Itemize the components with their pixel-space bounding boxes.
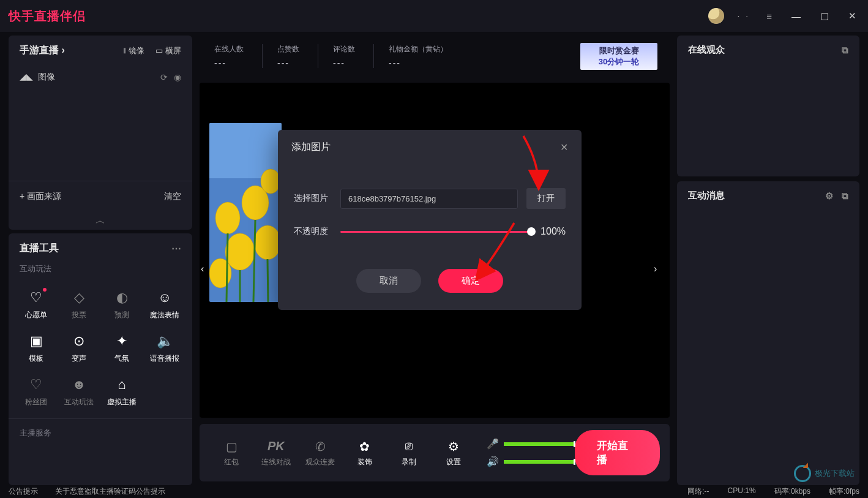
redpack-icon: ▢ — [209, 439, 254, 455]
preview-image[interactable] — [209, 123, 282, 302]
source-item-label: 图像 — [38, 72, 55, 81]
notice-text[interactable]: 关于恶意盗取主播验证码公告提示 — [55, 486, 165, 497]
tool-predict-label: 预测 — [114, 311, 129, 319]
close-icon[interactable]: ✕ — [845, 8, 859, 24]
tool-vhost-label: 虚拟主播 — [107, 398, 137, 406]
tool-atmosphere[interactable]: ✦气氛 — [100, 326, 143, 370]
mic-meter[interactable]: 🎤 — [487, 438, 575, 450]
stat-online-label: 在线人数 — [214, 45, 244, 53]
tool-predict[interactable]: ◐预测 — [100, 283, 143, 326]
promo-line2: 30分钟一轮 — [580, 56, 657, 67]
lock-icon[interactable]: ⟳ — [160, 72, 168, 82]
add-source-button[interactable]: + 画面来源 — [20, 191, 61, 202]
watermark-icon — [794, 465, 811, 482]
watermark-text: 极光下载站 — [815, 468, 855, 479]
status-cpu: CPU:1% — [728, 486, 756, 497]
mirror-label: 镜像 — [129, 45, 144, 56]
preview-prev-button[interactable]: ‹ — [201, 263, 204, 274]
stat-likes-label: 点赞数 — [277, 45, 299, 53]
popout-icon[interactable]: ⧉ — [842, 45, 848, 56]
hamburger-icon[interactable]: ≡ — [763, 9, 775, 24]
stats-bar: 在线人数--- 点赞数--- 评论数--- 礼物金额（黄钻）--- 限时赏金赛 … — [200, 36, 670, 77]
tool-fans[interactable]: ♡粉丝团 — [15, 370, 58, 413]
avatar[interactable] — [708, 8, 724, 24]
status-network: 网络:-- — [687, 486, 709, 497]
stat-likes: 点赞数--- — [262, 44, 299, 68]
maximize-icon[interactable]: ▢ — [817, 8, 832, 24]
preview-next-button[interactable]: › — [654, 263, 657, 274]
phone-icon: ✆ — [298, 439, 343, 455]
tool-wish[interactable]: ♡心愿单 — [15, 283, 58, 326]
tool-magic-label: 魔法表情 — [150, 311, 179, 319]
mic-bar — [504, 442, 575, 446]
svg-point-4 — [225, 233, 255, 270]
tool-voice-change[interactable]: ⊙变声 — [58, 326, 100, 370]
landscape-button[interactable]: ▭横屏 — [155, 45, 181, 56]
tool-atmosphere-label: 气氛 — [114, 354, 129, 363]
clear-sources-button[interactable]: 清空 — [164, 191, 181, 202]
speaker-icon: 🔈 — [146, 333, 184, 350]
popout2-icon[interactable]: ⧉ — [842, 191, 848, 202]
start-stream-button[interactable]: 开始直播 — [575, 430, 660, 475]
right-column: 在线观众⧉ 互动消息⚙⧉ — [673, 32, 868, 485]
eye-icon[interactable]: ◉ — [174, 72, 181, 82]
promo-banner[interactable]: 限时赏金赛 30分钟一轮 — [580, 43, 657, 70]
stat-comments: 评论数--- — [318, 44, 355, 68]
bbtn-decor-label: 装饰 — [357, 458, 372, 466]
chevron-up-icon[interactable]: ︿ — [9, 212, 192, 230]
audience-title: 在线观众 — [688, 44, 725, 56]
ok-button[interactable]: 确定 — [438, 269, 503, 293]
bbtn-record[interactable]: ⎚录制 — [387, 439, 432, 467]
bbtn-record-label: 录制 — [402, 458, 416, 466]
tools-header: 直播工具 ⋯ — [9, 233, 192, 260]
cancel-button[interactable]: 取消 — [356, 269, 421, 293]
add-image-dialog: 添加图片 ✕ 选择图片 打开 不透明度 100% 取消 确定 — [278, 130, 582, 310]
mirror-button[interactable]: ⦀镜像 — [123, 45, 144, 56]
speaker-bar — [504, 460, 575, 464]
source-item-image[interactable]: ◢◣图像 ⟳◉ — [9, 66, 192, 89]
tool-vhost[interactable]: ⌂虚拟主播 — [100, 370, 143, 413]
source-title[interactable]: 手游直播 › — [20, 44, 65, 57]
tools-section-host: 主播服务 — [9, 418, 192, 442]
bbtn-pk[interactable]: PK连线对战 — [254, 439, 299, 467]
gear-small-icon[interactable]: ⚙ — [825, 191, 833, 202]
speaker-meter[interactable]: 🔊 — [487, 456, 575, 467]
tool-interactive[interactable]: ☻互动玩法 — [58, 370, 100, 413]
bbtn-settings[interactable]: ⚙设置 — [432, 439, 476, 467]
dialog-close-icon[interactable]: ✕ — [560, 141, 568, 153]
chart-icon: ◐ — [103, 289, 141, 306]
watermark: 极光下载站 — [794, 465, 855, 482]
minimize-icon[interactable]: — — [788, 9, 804, 24]
bbtn-audience[interactable]: ✆观众连麦 — [298, 439, 343, 467]
more-icon[interactable]: ⋯ — [171, 243, 181, 254]
bbtn-audience-label: 观众连麦 — [305, 458, 335, 466]
bbtn-decor[interactable]: ✿装饰 — [343, 439, 387, 467]
title-bar-right: ∙ ∙ ≡ — ▢ ✕ — [708, 8, 859, 24]
fans-icon: ♡ — [17, 376, 55, 393]
open-file-button[interactable]: 打开 — [526, 188, 566, 209]
tools-panel: 直播工具 ⋯ 互动玩法 ♡心愿单 ◇投票 ◐预测 ☺魔法表情 ▣模板 ⊙变声 ✦… — [9, 233, 192, 485]
status-fps: 帧率:0fps — [829, 486, 859, 497]
landscape-icon: ▭ — [155, 46, 163, 55]
landscape-label: 横屏 — [165, 45, 181, 56]
tool-tts[interactable]: 🔈语音播报 — [143, 326, 186, 370]
tool-magic[interactable]: ☺魔法表情 — [143, 283, 186, 326]
tool-vote[interactable]: ◇投票 — [58, 283, 100, 326]
ellipsis-icon[interactable]: ∙ ∙ — [738, 11, 750, 21]
pk-icon: PK — [254, 439, 299, 455]
source-panel-header: 手游直播 › ⦀镜像 ▭横屏 — [9, 36, 192, 66]
promo-line1: 限时赏金赛 — [580, 45, 657, 56]
slider-knob[interactable] — [527, 227, 536, 236]
status-bar: 公告提示 关于恶意盗取主播验证码公告提示 网络:-- CPU:1% 码率:0kb… — [0, 485, 868, 498]
stat-online-value: --- — [214, 58, 244, 68]
tool-vote-label: 投票 — [72, 311, 86, 319]
file-name-input[interactable] — [340, 189, 518, 209]
gear-icon: ⚙ — [432, 439, 476, 455]
bbtn-redpack[interactable]: ▢红包 — [209, 439, 254, 467]
stat-comments-label: 评论数 — [333, 45, 355, 53]
sparkle-icon: ✦ — [103, 333, 141, 350]
tool-template[interactable]: ▣模板 — [15, 326, 58, 370]
stat-comments-value: --- — [333, 58, 355, 68]
opacity-slider[interactable] — [340, 231, 532, 233]
audience-panel: 在线观众⧉ — [677, 36, 859, 176]
